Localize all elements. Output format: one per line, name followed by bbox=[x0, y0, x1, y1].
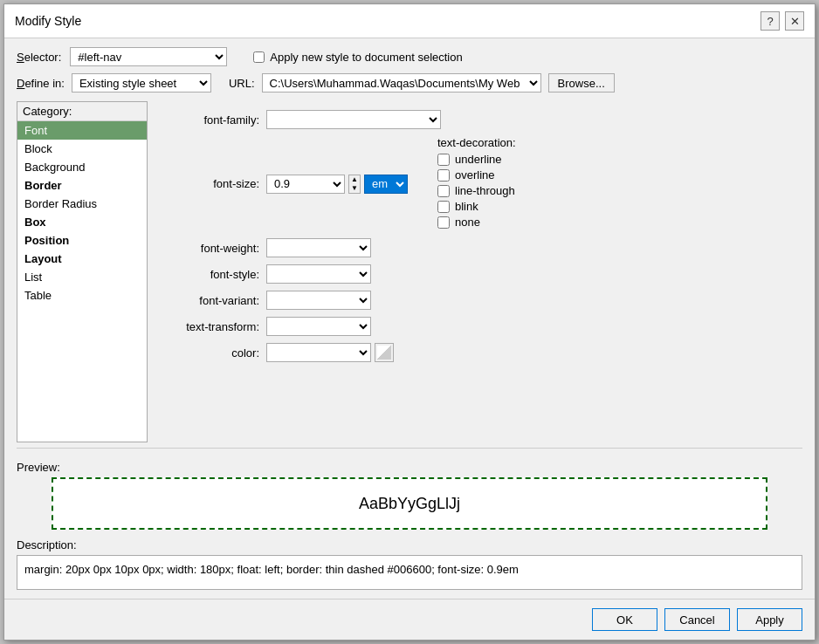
font-size-spinner: ▲ ▼ bbox=[348, 175, 361, 194]
define-dropdown[interactable]: Existing style sheet bbox=[72, 73, 211, 92]
category-list: Font Block Background Border Border Radi… bbox=[17, 121, 147, 305]
category-font[interactable]: Font bbox=[17, 121, 147, 140]
td-overline-row: overline bbox=[437, 168, 516, 182]
modify-style-dialog: Modify Style ? ✕ Selector: #left-nav App… bbox=[3, 3, 816, 641]
help-button[interactable]: ? bbox=[760, 11, 780, 31]
description-label: Description: bbox=[17, 538, 802, 552]
url-field[interactable]: C:\Users\Muhammad.Waqas\Documents\My Web… bbox=[262, 73, 541, 92]
td-underline-checkbox[interactable] bbox=[437, 154, 450, 166]
td-underline-label: underline bbox=[455, 153, 502, 166]
td-blink-row: blink bbox=[437, 200, 516, 213]
category-position[interactable]: Position bbox=[17, 231, 147, 250]
text-transform-label: text-transform: bbox=[162, 320, 266, 333]
font-family-control bbox=[266, 110, 441, 129]
td-blink-checkbox[interactable] bbox=[437, 201, 450, 213]
td-blink-label: blink bbox=[455, 200, 478, 213]
text-transform-dropdown[interactable] bbox=[266, 317, 371, 336]
apply-checkbox-row: Apply new style to document selection bbox=[253, 51, 462, 64]
preview-text: AaBbYyGgLlJj bbox=[359, 495, 460, 513]
font-family-label: font-family: bbox=[162, 113, 266, 127]
color-swatch[interactable] bbox=[375, 343, 394, 362]
cancel-button[interactable]: Cancel bbox=[664, 608, 730, 631]
category-border[interactable]: Border bbox=[17, 176, 147, 195]
category-box[interactable]: Box bbox=[17, 213, 147, 231]
color-row: color: bbox=[162, 343, 788, 362]
preview-label: Preview: bbox=[17, 461, 802, 474]
text-transform-control bbox=[266, 317, 371, 336]
apply-checkbox[interactable] bbox=[253, 51, 265, 63]
font-style-row: font-style: bbox=[162, 264, 788, 284]
divider bbox=[17, 448, 802, 449]
td-none-checkbox[interactable] bbox=[437, 216, 450, 229]
description-box: margin: 20px 0px 10px 0px; width: 180px;… bbox=[17, 555, 802, 590]
properties-panel: font-family: font-size: 0.9 bbox=[148, 101, 802, 442]
preview-section: Preview: AaBbYyGgLlJj bbox=[17, 461, 802, 530]
color-label: color: bbox=[162, 346, 266, 360]
font-weight-row: font-weight: bbox=[162, 238, 788, 257]
category-header: Category: bbox=[17, 102, 147, 121]
define-row: Define in: Existing style sheet URL: C:\… bbox=[17, 73, 802, 92]
apply-button[interactable]: Apply bbox=[737, 608, 802, 631]
font-style-dropdown[interactable] bbox=[266, 264, 371, 284]
spinner-up[interactable]: ▲ bbox=[349, 175, 360, 184]
font-size-control: 0.9 ▲ ▼ em px % pt bbox=[266, 136, 516, 231]
category-background[interactable]: Background bbox=[17, 158, 147, 176]
font-family-dropdown[interactable] bbox=[266, 110, 441, 129]
title-bar-buttons: ? ✕ bbox=[760, 11, 804, 31]
font-size-dropdown[interactable]: 0.9 bbox=[266, 175, 345, 194]
td-underline-row: underline bbox=[437, 153, 516, 166]
category-layout[interactable]: Layout bbox=[17, 250, 147, 268]
text-transform-row: text-transform: bbox=[162, 317, 788, 336]
td-none-row: none bbox=[437, 216, 516, 229]
browse-button[interactable]: Browse... bbox=[548, 73, 615, 92]
description-section: Description: margin: 20px 0px 10px 0px; … bbox=[17, 538, 802, 590]
font-family-row: font-family: bbox=[162, 110, 788, 129]
text-decoration-block: text-decoration: underline overline bbox=[437, 136, 516, 231]
close-button[interactable]: ✕ bbox=[785, 11, 804, 31]
td-none-label: none bbox=[455, 216, 480, 229]
category-border-radius[interactable]: Border Radius bbox=[17, 195, 147, 213]
category-panel: Category: Font Block Background Border B… bbox=[17, 101, 148, 442]
category-table[interactable]: Table bbox=[17, 286, 147, 305]
font-variant-label: font-variant: bbox=[162, 294, 266, 307]
ok-button[interactable]: OK bbox=[592, 608, 657, 631]
description-text: margin: 20px 0px 10px 0px; width: 180px;… bbox=[24, 563, 519, 576]
url-label: URL: bbox=[229, 77, 255, 90]
td-overline-checkbox[interactable] bbox=[437, 169, 450, 182]
dialog-body: Selector: #left-nav Apply new style to d… bbox=[4, 38, 815, 599]
spinner-down[interactable]: ▼ bbox=[349, 184, 360, 193]
font-variant-control bbox=[266, 291, 371, 310]
define-label: Define in: bbox=[17, 77, 65, 90]
font-size-unit-dropdown[interactable]: em px % pt bbox=[364, 175, 408, 194]
font-style-label: font-style: bbox=[162, 268, 266, 281]
font-weight-dropdown[interactable] bbox=[266, 238, 371, 257]
font-variant-dropdown[interactable] bbox=[266, 291, 371, 310]
preview-box: AaBbYyGgLlJj bbox=[52, 477, 767, 530]
selector-row: Selector: #left-nav Apply new style to d… bbox=[17, 47, 802, 66]
font-variant-row: font-variant: bbox=[162, 291, 788, 310]
font-size-row: font-size: 0.9 ▲ ▼ em px % bbox=[162, 136, 788, 231]
font-style-control bbox=[266, 264, 371, 284]
td-linethrough-row: line-through bbox=[437, 184, 516, 197]
td-linethrough-checkbox[interactable] bbox=[437, 185, 450, 197]
main-area: Category: Font Block Background Border B… bbox=[17, 101, 802, 442]
dialog-footer: OK Cancel Apply bbox=[4, 599, 815, 640]
text-decoration-label: text-decoration: bbox=[437, 136, 516, 149]
apply-checkbox-label: Apply new style to document selection bbox=[270, 51, 462, 64]
selector-label: Selector: bbox=[17, 51, 61, 64]
font-size-label: font-size: bbox=[162, 177, 266, 190]
dialog-title: Modify Style bbox=[15, 14, 81, 28]
font-weight-label: font-weight: bbox=[162, 242, 266, 255]
color-dropdown[interactable] bbox=[266, 343, 371, 362]
title-bar: Modify Style ? ✕ bbox=[4, 4, 815, 38]
category-list[interactable]: List bbox=[17, 268, 147, 286]
category-block[interactable]: Block bbox=[17, 140, 147, 158]
selector-dropdown[interactable]: #left-nav bbox=[70, 47, 227, 66]
font-weight-control bbox=[266, 238, 371, 257]
td-linethrough-label: line-through bbox=[455, 184, 515, 197]
color-control bbox=[266, 343, 394, 362]
td-overline-label: overline bbox=[455, 168, 495, 182]
